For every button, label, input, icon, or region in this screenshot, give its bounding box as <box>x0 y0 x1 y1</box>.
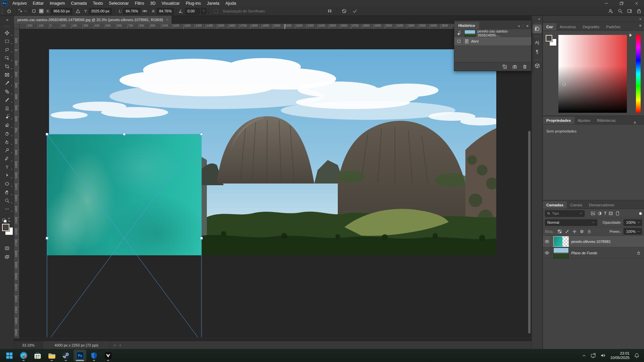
expand-panels-icon[interactable]: « <box>532 16 542 22</box>
taskbar-store[interactable] <box>32 350 44 361</box>
color-panel-menu-icon[interactable]: ≡ <box>639 23 641 28</box>
close-button[interactable] <box>629 0 644 7</box>
restore-button[interactable] <box>614 0 629 7</box>
quick-mask-button[interactable] <box>0 244 14 253</box>
zoom-tool[interactable] <box>0 196 14 205</box>
workspace-switcher-icon[interactable] <box>627 9 632 13</box>
clone-stamp-tool[interactable] <box>0 104 14 112</box>
menu-filtro[interactable]: Filtro <box>132 0 147 7</box>
history-panel-button[interactable] <box>533 24 542 33</box>
taskbar-clock[interactable]: 23:01 10/05/2025 <box>610 351 630 360</box>
layer-row[interactable]: Plano de Fundo <box>543 247 644 259</box>
collapse-panel-icon[interactable]: » <box>518 24 520 28</box>
tool-preset-chevron-icon[interactable] <box>24 9 27 13</box>
tab-propriedades[interactable]: Propriedades <box>543 117 574 124</box>
y-input[interactable]: 2025.00 px <box>89 8 112 14</box>
menu-janela[interactable]: Janela <box>204 0 222 7</box>
delete-state-icon[interactable] <box>522 64 527 69</box>
document-close-icon[interactable] <box>166 18 169 22</box>
tab-camadas[interactable]: Camadas <box>543 201 567 209</box>
hue-slider-indicator[interactable] <box>630 34 632 37</box>
vertical-scrollbar-thumb[interactable] <box>528 131 531 333</box>
menu-texto[interactable]: Texto <box>90 0 106 7</box>
new-document-from-state-icon[interactable] <box>502 64 507 69</box>
frame-tool[interactable] <box>0 70 14 79</box>
taskbar-windows-security[interactable] <box>88 350 100 361</box>
ruler-corner[interactable] <box>14 24 19 29</box>
tab-ajustes[interactable]: Ajustes <box>574 117 594 124</box>
opacity-input[interactable]: 100% <box>624 219 642 226</box>
filter-shape-layers-icon[interactable] <box>608 211 613 216</box>
spot-healing-brush-tool[interactable] <box>0 87 14 96</box>
layer-name[interactable]: pexels-ollivves-1078981 <box>571 240 611 244</box>
horizontal-scrollbar[interactable] <box>19 337 532 338</box>
tab-demarcadores[interactable]: Demarcadores <box>586 201 617 209</box>
reference-point-toggle[interactable] <box>32 9 36 13</box>
volume-icon[interactable] <box>600 353 605 358</box>
taskbar-file-explorer[interactable] <box>46 350 58 361</box>
fill-input[interactable]: 100% <box>624 228 642 235</box>
commit-transform-button[interactable] <box>353 9 357 13</box>
lock-artboard-icon[interactable] <box>580 229 584 234</box>
angle-input[interactable]: 0.00 <box>185 8 200 14</box>
tab-cor[interactable]: Cor <box>543 23 556 31</box>
taskbar-edge[interactable] <box>17 350 30 361</box>
transformed-water-layer[interactable] <box>47 134 201 255</box>
new-snapshot-icon[interactable] <box>512 64 517 69</box>
warp-mode-button[interactable] <box>327 9 332 13</box>
relative-position-icon[interactable] <box>76 9 80 13</box>
hand-tool[interactable] <box>0 188 14 196</box>
paragraph-panel-button[interactable]: ¶ <box>533 47 542 56</box>
width-input[interactable]: 84.76% <box>123 8 140 14</box>
layer-visibility-eye-icon[interactable] <box>543 236 551 247</box>
3d-panel-button[interactable] <box>533 61 542 70</box>
history-tab[interactable]: Histórico <box>454 22 479 29</box>
taskbar-photoshop[interactable]: Ps <box>74 350 86 361</box>
menu-selecionar[interactable]: Selecionar <box>106 0 132 7</box>
collapse-dock-icon[interactable]: » <box>639 17 641 21</box>
history-state-row[interactable]: Abrir <box>454 37 531 45</box>
crop-tool[interactable] <box>0 62 14 70</box>
smudge-tool[interactable] <box>0 138 14 146</box>
menu-camada[interactable]: Camada <box>68 0 90 7</box>
filter-smart-objects-icon[interactable] <box>615 211 620 216</box>
paint-bucket-tool[interactable] <box>0 129 14 138</box>
tab-degrad-s[interactable]: Degradês <box>579 23 603 31</box>
history-source-well[interactable] <box>456 30 462 37</box>
history-brush-tool[interactable] <box>0 112 14 121</box>
default-swap-colors-widget[interactable] <box>2 217 12 222</box>
character-panel-button[interactable]: A| <box>533 38 542 47</box>
properties-panel-menu-icon[interactable]: ≡ <box>634 120 636 124</box>
panel-menu-icon[interactable]: ≡ <box>526 24 528 28</box>
edit-toolbar-button[interactable] <box>0 205 14 213</box>
menu-visualizar[interactable]: Visualizar <box>158 0 183 7</box>
layer-visibility-eye-icon[interactable] <box>543 247 551 259</box>
lock-transparency-icon[interactable] <box>558 229 562 234</box>
tab-padr-es[interactable]: Padrões <box>603 23 624 31</box>
user-account-icon[interactable] <box>608 9 613 13</box>
search-icon[interactable] <box>618 9 623 13</box>
home-button[interactable] <box>7 9 11 13</box>
hue-slider[interactable] <box>636 35 641 113</box>
rectangular-marquee-tool[interactable] <box>0 37 14 45</box>
object-selection-tool[interactable] <box>0 54 14 62</box>
layer-thumbnail[interactable] <box>554 248 568 258</box>
ruler-vertical[interactable]: 1000100200300400500600700800900100011001… <box>14 29 19 338</box>
menu-ajuda[interactable]: Ajuda <box>222 0 239 7</box>
status-chevron-right-icon[interactable]: › <box>114 343 116 348</box>
type-tool[interactable]: T <box>0 163 14 171</box>
vertical-scrollbar[interactable] <box>528 29 531 337</box>
filter-type-layers-icon[interactable]: T <box>604 211 606 216</box>
eyedropper-tool[interactable] <box>0 79 14 87</box>
layer-thumbnail[interactable] <box>554 237 568 247</box>
tab-amostras[interactable]: Amostras <box>556 23 580 31</box>
zoom-level-field[interactable]: 33.33% <box>14 341 43 349</box>
blend-mode-select[interactable]: Normal <box>545 219 597 226</box>
history-source-well[interactable] <box>456 38 462 45</box>
height-input[interactable]: 84.76% <box>157 8 174 14</box>
network-icon[interactable] <box>591 353 596 358</box>
status-chevron-left-icon[interactable]: ‹ <box>120 343 121 348</box>
taskbar-steam[interactable] <box>60 350 72 361</box>
menu-3d[interactable]: 3D <box>147 0 158 7</box>
color-field[interactable] <box>558 35 627 113</box>
